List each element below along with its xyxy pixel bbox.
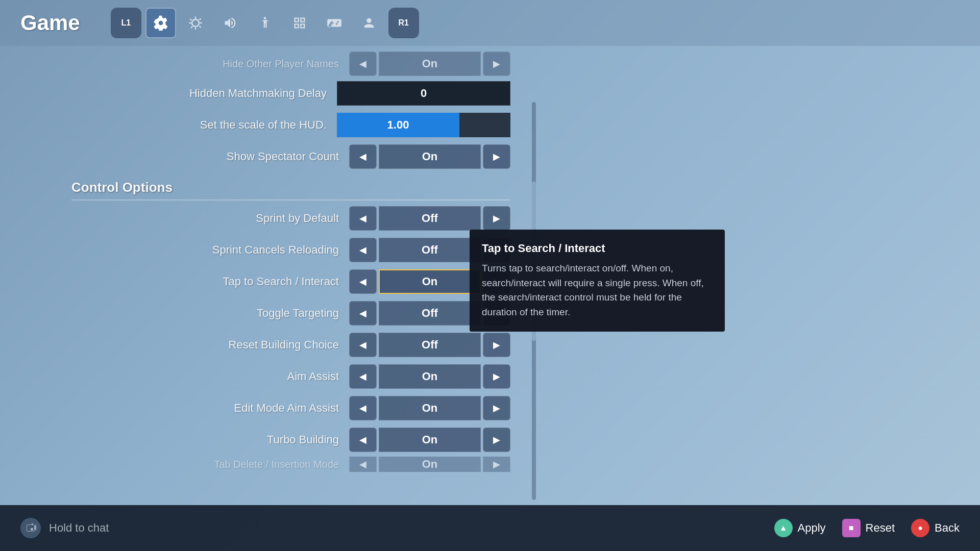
triangle-icon: ▲ xyxy=(774,519,793,537)
reset-label: Reset xyxy=(866,521,895,535)
sprint-default-left-arrow[interactable]: ◀ xyxy=(349,206,377,231)
reset-building-value: Off xyxy=(379,333,481,357)
setting-row-sprint-cancels: Sprint Cancels Reloading ◀ Off ▶ xyxy=(71,235,510,265)
setting-row-partial: Tab Delete / Insertion Mode ◀ On ▶ xyxy=(71,457,510,472)
hide-player-names-control: ◀ On ▶ xyxy=(349,52,510,76)
sprint-default-value: Off xyxy=(379,206,481,231)
main-content: Hide Other Player Names ◀ On ▶ Hidden Ma… xyxy=(0,46,980,505)
hud-scale-dark xyxy=(459,113,510,137)
reset-button[interactable]: ■ Reset xyxy=(842,519,895,537)
bottom-actions: ▲ Apply ■ Reset ● Back xyxy=(774,519,960,537)
sprint-default-control: ◀ Off ▶ xyxy=(349,206,510,231)
aim-assist-left-arrow[interactable]: ◀ xyxy=(349,364,377,389)
nav-l1-button[interactable]: L1 xyxy=(111,8,141,38)
edit-aim-right-arrow[interactable]: ▶ xyxy=(483,396,510,420)
circle-icon: ● xyxy=(911,519,929,537)
nav-audio-icon[interactable] xyxy=(215,8,246,38)
tap-search-left-arrow[interactable]: ◀ xyxy=(349,269,377,294)
nav-layout-icon[interactable] xyxy=(284,8,315,38)
reset-building-left-arrow[interactable]: ◀ xyxy=(349,333,377,357)
setting-row-aim-assist: Aim Assist ◀ On ▶ xyxy=(71,362,510,391)
nav-icons: L1 xyxy=(111,8,419,38)
setting-row-sprint-default: Sprint by Default ◀ Off ▶ xyxy=(71,204,510,233)
turbo-building-left-arrow[interactable]: ◀ xyxy=(349,428,377,452)
back-label: Back xyxy=(935,521,960,535)
aim-assist-control: ◀ On ▶ xyxy=(349,364,510,389)
turbo-building-control: ◀ On ▶ xyxy=(349,428,510,452)
r1-label: R1 xyxy=(399,18,409,28)
sprint-default-right-arrow[interactable]: ▶ xyxy=(483,206,510,231)
spectator-count-label: Show Spectator Count xyxy=(71,150,349,163)
tooltip-body: Turns tap to search/interact on/off. Whe… xyxy=(482,261,713,319)
matchmaking-delay-control: 0 xyxy=(337,81,510,106)
tap-search-label: Tap to Search / Interact xyxy=(71,275,349,288)
edit-aim-left-arrow[interactable]: ◀ xyxy=(349,396,377,420)
reset-building-control: ◀ Off ▶ xyxy=(349,333,510,357)
nav-account-icon[interactable] xyxy=(354,8,384,38)
hud-scale-blue: 1.00 xyxy=(337,113,459,137)
hud-scale-control: 1.00 xyxy=(337,113,510,137)
setting-row-turbo-building: Turbo Building ◀ On ▶ xyxy=(71,425,510,455)
reset-building-label: Reset Building Choice xyxy=(71,338,349,352)
partial-value: On xyxy=(379,457,481,472)
partial-right-arrow[interactable]: ▶ xyxy=(483,457,510,472)
turbo-building-right-arrow[interactable]: ▶ xyxy=(483,428,510,452)
hide-player-names-right-arrow[interactable]: ▶ xyxy=(483,52,510,76)
setting-row-matchmaking-delay: Hidden Matchmaking Delay 0 xyxy=(71,79,510,108)
spectator-count-right-arrow[interactable]: ▶ xyxy=(483,144,510,169)
toggle-targeting-value: Off xyxy=(379,301,481,325)
nav-gamepad-icon[interactable] xyxy=(319,8,350,38)
spectator-count-control: ◀ On ▶ xyxy=(349,144,510,169)
tap-search-value: On xyxy=(379,269,481,294)
setting-row-toggle-targeting: Toggle Targeting ◀ Off ▶ xyxy=(71,298,510,328)
hide-player-names-left-arrow[interactable]: ◀ xyxy=(349,52,377,76)
edit-aim-label: Edit Mode Aim Assist xyxy=(71,402,349,415)
spectator-count-value: On xyxy=(379,144,481,169)
aim-assist-right-arrow[interactable]: ▶ xyxy=(483,364,510,389)
hud-scale-label: Set the scale of the HUD. xyxy=(71,118,337,132)
settings-list: Hide Other Player Names ◀ On ▶ Hidden Ma… xyxy=(71,51,510,472)
sprint-cancels-label: Sprint Cancels Reloading xyxy=(71,243,349,257)
chat-area: Hold to chat xyxy=(20,518,774,538)
toggle-targeting-label: Toggle Targeting xyxy=(71,307,349,320)
setting-row-edit-aim: Edit Mode Aim Assist ◀ On ▶ xyxy=(71,393,510,423)
aim-assist-value: On xyxy=(379,364,481,389)
nav-brightness-icon[interactable] xyxy=(180,8,211,38)
hide-player-names-label: Hide Other Player Names xyxy=(71,58,349,70)
setting-row-hide-player-names: Hide Other Player Names ◀ On ▶ xyxy=(71,51,510,77)
reset-building-right-arrow[interactable]: ▶ xyxy=(483,333,510,357)
nav-r1-button[interactable]: R1 xyxy=(388,8,419,38)
spectator-count-left-arrow[interactable]: ◀ xyxy=(349,144,377,169)
top-nav-bar: Game L1 xyxy=(0,0,980,46)
page-title: Game xyxy=(20,11,80,35)
tooltip-title: Tap to Search / Interact xyxy=(482,242,713,255)
nav-accessibility-icon[interactable] xyxy=(250,8,280,38)
apply-button[interactable]: ▲ Apply xyxy=(774,519,826,537)
matchmaking-delay-label: Hidden Matchmaking Delay xyxy=(71,87,337,100)
edit-aim-control: ◀ On ▶ xyxy=(349,396,510,420)
sprint-default-label: Sprint by Default xyxy=(71,212,349,225)
partial-row-label: Tab Delete / Insertion Mode xyxy=(71,459,349,470)
matchmaking-delay-value: 0 xyxy=(337,81,510,106)
edit-aim-value: On xyxy=(379,396,481,420)
partial-left-arrow[interactable]: ◀ xyxy=(349,457,377,472)
aim-assist-label: Aim Assist xyxy=(71,370,349,383)
setting-row-hud-scale: Set the scale of the HUD. 1.00 xyxy=(71,110,510,140)
setting-row-tap-search: Tap to Search / Interact ◀ On ▶ xyxy=(71,267,510,296)
setting-row-reset-building: Reset Building Choice ◀ Off ▶ xyxy=(71,330,510,360)
nav-settings-icon[interactable] xyxy=(145,8,176,38)
turbo-building-label: Turbo Building xyxy=(71,433,349,446)
turbo-building-value: On xyxy=(379,428,481,452)
sprint-cancels-value: Off xyxy=(379,238,481,262)
chat-icon xyxy=(20,518,41,538)
apply-label: Apply xyxy=(798,521,826,535)
sprint-cancels-left-arrow[interactable]: ◀ xyxy=(349,238,377,262)
hold-to-chat-label: Hold to chat xyxy=(49,521,109,535)
back-button[interactable]: ● Back xyxy=(911,519,960,537)
hud-scale-value-container: 1.00 xyxy=(337,113,510,137)
tooltip: Tap to Search / Interact Turns tap to se… xyxy=(470,230,725,332)
setting-row-spectator-count: Show Spectator Count ◀ On ▶ xyxy=(71,142,510,171)
toggle-targeting-left-arrow[interactable]: ◀ xyxy=(349,301,377,325)
hide-player-names-value: On xyxy=(379,52,481,76)
partial-row-control: ◀ On ▶ xyxy=(349,457,510,472)
